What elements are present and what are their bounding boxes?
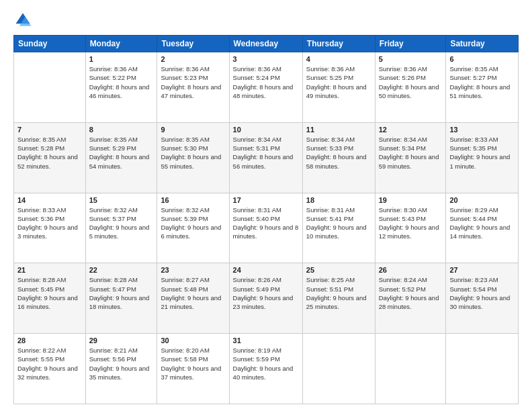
day-number: 7	[17, 126, 82, 134]
calendar-cell: 19Sunrise: 8:30 AMSunset: 5:43 PMDayligh…	[375, 193, 446, 263]
day-number: 23	[161, 266, 225, 274]
day-header-saturday: Saturday	[446, 36, 519, 52]
calendar-table: SundayMondayTuesdayWednesdayThursdayFrid…	[13, 35, 519, 404]
day-number: 29	[89, 336, 154, 345]
calendar-cell	[302, 334, 375, 404]
day-info: Sunrise: 8:28 AMSunset: 5:47 PMDaylight:…	[89, 275, 154, 311]
calendar-cell: 14Sunrise: 8:33 AMSunset: 5:36 PMDayligh…	[14, 193, 86, 263]
day-header-wednesday: Wednesday	[229, 36, 302, 52]
day-number: 22	[89, 266, 154, 274]
day-number: 16	[161, 196, 225, 204]
day-number: 19	[379, 196, 443, 204]
calendar-cell: 8Sunrise: 8:35 AMSunset: 5:29 PMDaylight…	[85, 122, 157, 193]
day-info: Sunrise: 8:31 AMSunset: 5:40 PMDaylight:…	[233, 205, 299, 241]
day-info: Sunrise: 8:26 AMSunset: 5:49 PMDaylight:…	[233, 275, 299, 311]
calendar-cell: 11Sunrise: 8:34 AMSunset: 5:33 PMDayligh…	[302, 122, 375, 193]
day-number: 9	[161, 126, 225, 134]
logo	[13, 11, 35, 30]
calendar-cell: 16Sunrise: 8:32 AMSunset: 5:39 PMDayligh…	[157, 193, 229, 263]
calendar-cell	[375, 334, 446, 404]
week-row-4: 28Sunrise: 8:22 AMSunset: 5:55 PMDayligh…	[14, 334, 519, 404]
day-number: 4	[306, 55, 371, 63]
day-info: Sunrise: 8:36 AMSunset: 5:25 PMDaylight:…	[306, 64, 371, 100]
day-info: Sunrise: 8:28 AMSunset: 5:45 PMDaylight:…	[17, 275, 82, 311]
day-number: 6	[449, 55, 515, 63]
day-number: 14	[17, 196, 82, 204]
calendar-cell: 25Sunrise: 8:25 AMSunset: 5:51 PMDayligh…	[302, 263, 375, 334]
calendar-cell: 18Sunrise: 8:31 AMSunset: 5:41 PMDayligh…	[302, 193, 375, 263]
day-number: 17	[233, 196, 299, 204]
day-info: Sunrise: 8:35 AMSunset: 5:29 PMDaylight:…	[89, 135, 154, 171]
calendar-cell: 4Sunrise: 8:36 AMSunset: 5:25 PMDaylight…	[302, 52, 375, 123]
day-info: Sunrise: 8:25 AMSunset: 5:51 PMDaylight:…	[306, 275, 371, 311]
day-info: Sunrise: 8:34 AMSunset: 5:33 PMDaylight:…	[306, 135, 371, 171]
day-number: 11	[306, 126, 371, 134]
day-info: Sunrise: 8:32 AMSunset: 5:37 PMDaylight:…	[89, 205, 154, 241]
calendar-cell: 30Sunrise: 8:20 AMSunset: 5:58 PMDayligh…	[157, 334, 229, 404]
day-header-friday: Friday	[375, 36, 446, 52]
day-info: Sunrise: 8:36 AMSunset: 5:26 PMDaylight:…	[379, 64, 443, 100]
day-number: 31	[233, 336, 299, 345]
day-info: Sunrise: 8:33 AMSunset: 5:35 PMDaylight:…	[449, 135, 515, 171]
day-info: Sunrise: 8:20 AMSunset: 5:58 PMDaylight:…	[161, 346, 225, 381]
day-number: 20	[449, 196, 515, 204]
day-info: Sunrise: 8:24 AMSunset: 5:52 PMDaylight:…	[379, 275, 443, 311]
calendar-cell: 20Sunrise: 8:29 AMSunset: 5:44 PMDayligh…	[446, 193, 519, 263]
day-header-thursday: Thursday	[302, 36, 375, 52]
day-info: Sunrise: 8:29 AMSunset: 5:44 PMDaylight:…	[449, 205, 515, 241]
day-number: 5	[379, 55, 443, 63]
day-header-tuesday: Tuesday	[157, 36, 229, 52]
day-info: Sunrise: 8:36 AMSunset: 5:22 PMDaylight:…	[89, 64, 154, 100]
day-info: Sunrise: 8:21 AMSunset: 5:56 PMDaylight:…	[89, 346, 154, 381]
day-number: 24	[233, 266, 299, 274]
day-number: 25	[306, 266, 371, 274]
day-number: 1	[89, 55, 154, 63]
calendar-cell: 29Sunrise: 8:21 AMSunset: 5:56 PMDayligh…	[85, 334, 157, 404]
calendar-cell: 15Sunrise: 8:32 AMSunset: 5:37 PMDayligh…	[85, 193, 157, 263]
day-info: Sunrise: 8:32 AMSunset: 5:39 PMDaylight:…	[161, 205, 225, 241]
calendar-cell: 22Sunrise: 8:28 AMSunset: 5:47 PMDayligh…	[85, 263, 157, 334]
calendar-cell: 13Sunrise: 8:33 AMSunset: 5:35 PMDayligh…	[446, 122, 519, 193]
calendar-cell: 24Sunrise: 8:26 AMSunset: 5:49 PMDayligh…	[229, 263, 302, 334]
day-number: 26	[379, 266, 443, 274]
calendar-cell: 1Sunrise: 8:36 AMSunset: 5:22 PMDaylight…	[85, 52, 157, 123]
day-number: 8	[89, 126, 154, 134]
calendar-cell: 23Sunrise: 8:27 AMSunset: 5:48 PMDayligh…	[157, 263, 229, 334]
page: SundayMondayTuesdayWednesdayThursdayFrid…	[0, 0, 532, 411]
calendar-cell: 9Sunrise: 8:35 AMSunset: 5:30 PMDaylight…	[157, 122, 229, 193]
day-info: Sunrise: 8:31 AMSunset: 5:41 PMDaylight:…	[306, 205, 371, 241]
day-number: 12	[379, 126, 443, 134]
calendar-cell: 26Sunrise: 8:24 AMSunset: 5:52 PMDayligh…	[375, 263, 446, 334]
calendar-cell: 2Sunrise: 8:36 AMSunset: 5:23 PMDaylight…	[157, 52, 229, 123]
header	[13, 11, 519, 30]
calendar-cell	[446, 334, 519, 404]
calendar-cell: 6Sunrise: 8:35 AMSunset: 5:27 PMDaylight…	[446, 52, 519, 123]
calendar-cell: 12Sunrise: 8:34 AMSunset: 5:34 PMDayligh…	[375, 122, 446, 193]
day-header-sunday: Sunday	[14, 36, 86, 52]
day-info: Sunrise: 8:27 AMSunset: 5:48 PMDaylight:…	[161, 275, 225, 311]
week-row-1: 7Sunrise: 8:35 AMSunset: 5:28 PMDaylight…	[14, 122, 519, 193]
day-info: Sunrise: 8:36 AMSunset: 5:23 PMDaylight:…	[161, 64, 225, 100]
day-info: Sunrise: 8:35 AMSunset: 5:30 PMDaylight:…	[161, 135, 225, 171]
logo-icon	[13, 11, 32, 30]
day-number: 21	[17, 266, 82, 274]
day-info: Sunrise: 8:22 AMSunset: 5:55 PMDaylight:…	[17, 346, 82, 381]
calendar-cell: 17Sunrise: 8:31 AMSunset: 5:40 PMDayligh…	[229, 193, 302, 263]
day-info: Sunrise: 8:30 AMSunset: 5:43 PMDaylight:…	[379, 205, 443, 241]
day-info: Sunrise: 8:33 AMSunset: 5:36 PMDaylight:…	[17, 205, 82, 241]
calendar-cell: 28Sunrise: 8:22 AMSunset: 5:55 PMDayligh…	[14, 334, 86, 404]
day-number: 13	[449, 126, 515, 134]
calendar-cell: 7Sunrise: 8:35 AMSunset: 5:28 PMDaylight…	[14, 122, 86, 193]
calendar-cell	[14, 52, 86, 123]
day-number: 15	[89, 196, 154, 204]
day-info: Sunrise: 8:34 AMSunset: 5:31 PMDaylight:…	[233, 135, 299, 171]
week-row-2: 14Sunrise: 8:33 AMSunset: 5:36 PMDayligh…	[14, 193, 519, 263]
day-info: Sunrise: 8:23 AMSunset: 5:54 PMDaylight:…	[449, 275, 515, 311]
day-info: Sunrise: 8:35 AMSunset: 5:27 PMDaylight:…	[449, 64, 515, 100]
day-info: Sunrise: 8:36 AMSunset: 5:24 PMDaylight:…	[233, 64, 299, 100]
calendar-cell: 27Sunrise: 8:23 AMSunset: 5:54 PMDayligh…	[446, 263, 519, 334]
calendar-cell: 5Sunrise: 8:36 AMSunset: 5:26 PMDaylight…	[375, 52, 446, 123]
calendar-cell: 21Sunrise: 8:28 AMSunset: 5:45 PMDayligh…	[14, 263, 86, 334]
day-number: 27	[449, 266, 515, 274]
week-row-3: 21Sunrise: 8:28 AMSunset: 5:45 PMDayligh…	[14, 263, 519, 334]
